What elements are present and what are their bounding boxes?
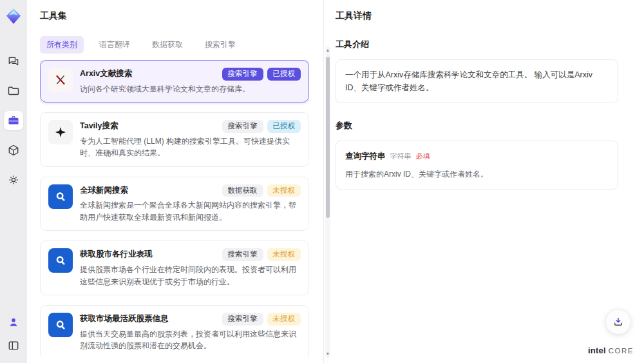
param-name: 查询字符串 xyxy=(345,150,386,162)
list-scrollbar[interactable]: ▲ ▼ xyxy=(325,46,330,358)
category-tab[interactable]: 语言翻译 xyxy=(93,36,137,54)
nav-toolbox-icon[interactable] xyxy=(4,111,23,130)
param-description: 用于搜索的Arxiv ID、关键字或作者姓名。 xyxy=(345,168,609,181)
download-icon xyxy=(615,318,622,325)
tool-name: Arxiv文献搜索 xyxy=(80,68,132,79)
tool-description: 提供股票市场各个行业在特定时间段内的表现。投资者可以利用这些信息来识别表现优于或… xyxy=(80,264,301,288)
scrollbar-thumb[interactable] xyxy=(326,57,330,218)
nav-settings-icon[interactable] xyxy=(4,170,23,190)
stock-search-icon xyxy=(48,313,73,337)
stock-search-icon xyxy=(48,248,73,273)
category-tab[interactable]: 数据获取 xyxy=(146,36,189,54)
auth-status-badge: 未授权 xyxy=(267,184,301,197)
category-tabs: 所有类别语言翻译数据获取搜索引擎 xyxy=(40,36,323,54)
category-tab[interactable]: 搜索引擎 xyxy=(198,36,242,54)
tool-card[interactable]: Tavily搜索搜索引擎已授权专为人工智能代理 (LLM) 构建的搜索引擎工具。… xyxy=(40,112,309,167)
tool-description: 访问各个研究领域大量科学论文和文章的存储库。 xyxy=(80,83,301,95)
params-heading: 参数 xyxy=(336,120,618,132)
intel-core-logo: intel CORE xyxy=(588,346,634,355)
scroll-up-icon[interactable]: ▲ xyxy=(325,48,330,53)
intro-heading: 工具介绍 xyxy=(336,39,618,50)
app-logo-icon[interactable] xyxy=(4,6,23,26)
rail-nav xyxy=(4,52,23,190)
tool-name: 获取股市各行业表现 xyxy=(80,248,153,260)
tool-card[interactable]: Arxiv文献搜索搜索引擎已授权访问各个研究领域大量科学论文和文章的存储库。 xyxy=(40,60,309,103)
category-badge: 搜索引擎 xyxy=(222,68,263,81)
tools-panel-title: 工具集 xyxy=(40,10,323,22)
tool-intro-text: 一个用于从Arxiv存储库搜索科学论文和文章的工具。 输入可以是Arxiv ID… xyxy=(336,59,618,103)
app-window: 工具集 所有类别语言翻译数据获取搜索引擎 Arxiv文献搜索搜索引擎已授权访问各… xyxy=(0,0,644,363)
tools-panel: 工具集 所有类别语言翻译数据获取搜索引擎 Arxiv文献搜索搜索引擎已授权访问各… xyxy=(27,0,323,363)
tool-description: 专为人工智能代理 (LLM) 构建的搜索引擎工具。可快速提供实时、准确和真实的结… xyxy=(80,135,301,159)
auth-status-badge: 已授权 xyxy=(267,120,301,133)
intel-wordmark: intel xyxy=(588,346,606,355)
rail-bottom xyxy=(4,313,23,355)
tool-list: Arxiv文献搜索搜索引擎已授权访问各个研究领域大量科学论文和文章的存储库。Ta… xyxy=(40,60,309,357)
nav-cube-icon[interactable] xyxy=(4,141,23,160)
arxiv-icon xyxy=(48,68,73,92)
tavily-star-icon xyxy=(48,120,73,144)
panel-toggle-icon[interactable] xyxy=(4,336,23,355)
param-required-badge: 必填 xyxy=(416,151,430,162)
nav-folder-icon[interactable] xyxy=(4,81,23,101)
auth-status-badge: 未授权 xyxy=(267,248,301,261)
auth-status-badge: 已授权 xyxy=(267,68,301,81)
tool-details-panel: 工具详情 工具介绍 一个用于从Arxiv存储库搜索科学论文和文章的工具。 输入可… xyxy=(324,0,644,363)
category-badge: 搜索引擎 xyxy=(222,248,263,261)
details-title: 工具详情 xyxy=(336,10,618,22)
user-avatar-icon[interactable] xyxy=(4,313,23,332)
tool-card[interactable]: 全球新闻搜索数据获取未授权全球新闻搜索是一个聚合全球各大新闻网站内容的搜索引擎，… xyxy=(40,177,309,231)
news-search-icon xyxy=(48,184,73,209)
param-head: 查询字符串 字符串 必填 xyxy=(345,150,609,162)
param-card: 查询字符串 字符串 必填 用于搜索的Arxiv ID、关键字或作者姓名。 xyxy=(336,141,618,190)
category-badge: 数据获取 xyxy=(222,184,263,197)
category-badge: 搜索引擎 xyxy=(222,120,263,133)
tool-card[interactable]: 获取市场最活跃股票信息搜索引擎未授权提供当天交易量最高的股票列表，投资者可以利用… xyxy=(40,305,309,357)
tool-description: 提供当天交易量最高的股票列表，投资者可以利用这些信息来识别流动性强的股票和潜在的… xyxy=(80,328,301,352)
tool-description: 全球新闻搜索是一个聚合全球各大新闻网站内容的搜索引擎，帮助用户快速获取全球最新资… xyxy=(80,199,301,223)
auth-status-badge: 未授权 xyxy=(267,313,301,326)
tool-card[interactable]: 获取股市各行业表现搜索引擎未授权提供股票市场各个行业在特定时间段内的表现。投资者… xyxy=(40,240,309,295)
category-badge: 搜索引擎 xyxy=(222,313,263,326)
tool-name: 获取市场最活跃股票信息 xyxy=(80,313,169,324)
left-rail xyxy=(0,0,27,363)
scroll-down-icon[interactable]: ▼ xyxy=(325,351,330,357)
download-button[interactable] xyxy=(605,309,631,335)
category-tab[interactable]: 所有类别 xyxy=(40,36,84,54)
param-type: 字符串 xyxy=(390,151,412,162)
tool-name: 全球新闻搜索 xyxy=(80,184,128,196)
nav-chat-icon[interactable] xyxy=(4,52,23,71)
tool-name: Tavily搜索 xyxy=(80,120,118,132)
core-wordmark: CORE xyxy=(609,347,634,355)
